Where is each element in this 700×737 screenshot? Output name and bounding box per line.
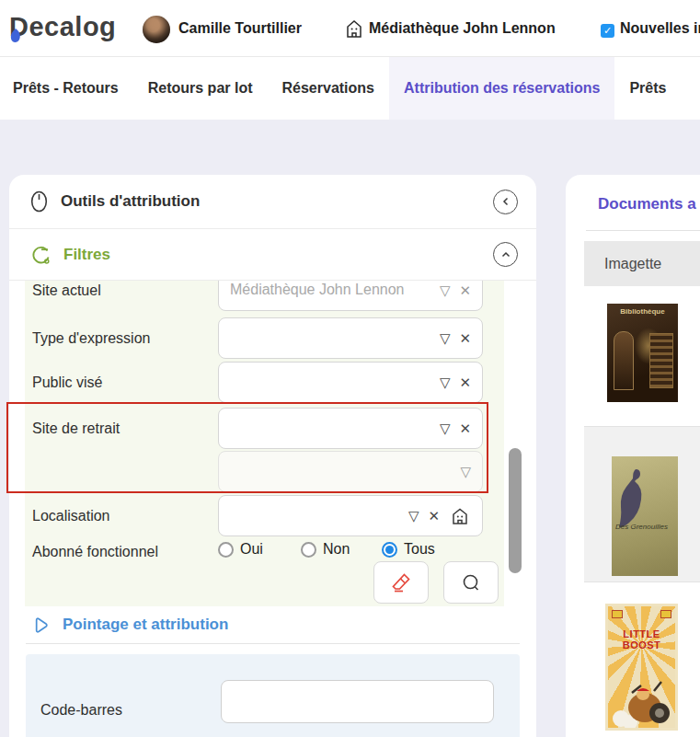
radio-option-non[interactable]: Non xyxy=(301,541,350,558)
dropdown-icon[interactable]: ▽ xyxy=(440,375,451,389)
logo-text: Decalog xyxy=(9,12,116,41)
site-picker-icon[interactable] xyxy=(449,506,471,526)
document-row[interactable]: Bibliothèque xyxy=(584,286,700,426)
document-cover-thumbnail[interactable]: Bibliothèque xyxy=(607,304,678,402)
radio-option-tous[interactable]: Tous xyxy=(382,541,435,558)
play-icon xyxy=(30,616,50,635)
field-label: Site actuel xyxy=(32,282,101,299)
logo-drop-icon xyxy=(10,29,21,43)
column-header-label: Imagette xyxy=(604,256,661,272)
filters-scroll-area: Site actuel Médiathèque John Lennon ▽✕ T… xyxy=(9,281,536,606)
clear-icon[interactable]: ✕ xyxy=(428,509,440,523)
filters-form: Site actuel Médiathèque John Lennon ▽✕ T… xyxy=(25,281,504,606)
cover-title: LITTLE BOOST xyxy=(608,628,675,651)
radio-label: Tous xyxy=(404,541,435,558)
filters-section-title: Filtres xyxy=(63,246,110,264)
site-retrait-secondary-input[interactable]: ▽ xyxy=(218,451,483,492)
moto-illustration xyxy=(608,673,675,728)
field-row-site-actuel: Site actuel Médiathèque John Lennon ▽✕ xyxy=(25,281,504,311)
collapse-filters-button[interactable] xyxy=(493,242,518,267)
radio-icon[interactable] xyxy=(301,542,316,558)
panel-title: Outils d'attribution xyxy=(61,192,200,211)
documents-table: Bibliothèque Des Grenouilles LITTLE B xyxy=(566,286,700,737)
tab-prets-retours[interactable]: Prêts - Retours xyxy=(0,57,133,120)
pointage-form: Code-barres xyxy=(26,654,520,737)
app-header: Decalog Camille Tourtillier Médiathèque … xyxy=(0,0,700,57)
clear-icon[interactable]: ✕ xyxy=(459,283,471,297)
field-label: Localisation xyxy=(32,508,110,524)
localisation-input[interactable]: ▽ ✕ xyxy=(218,495,483,536)
attribution-tools-panel: Outils d'attribution Filtres Site actuel xyxy=(9,175,536,737)
pointage-section-title[interactable]: Pointage et attribution xyxy=(63,616,228,634)
decalog-logo[interactable]: Decalog xyxy=(9,12,116,42)
tab-retours-par-lot[interactable]: Retours par lot xyxy=(133,57,268,120)
user-avatar[interactable] xyxy=(143,16,170,43)
field-row-abonne-fonctionnel: Abonné fonctionnel Oui Non Tous xyxy=(25,541,504,563)
imagette-column-header: Imagette xyxy=(584,241,700,286)
document-cover-thumbnail[interactable]: LITTLE BOOST xyxy=(605,604,678,731)
tab-reservations[interactable]: Réservations xyxy=(268,57,390,120)
dropdown-icon[interactable]: ▽ xyxy=(408,509,419,523)
eraser-icon xyxy=(390,571,412,593)
field-label: Abonné fonctionnel xyxy=(32,544,158,560)
clear-filters-button[interactable] xyxy=(373,561,429,604)
collapse-panel-button[interactable] xyxy=(493,190,518,214)
chevron-up-icon xyxy=(501,250,511,259)
cover-title: Bibliothèque xyxy=(607,307,678,316)
dropdown-icon[interactable]: ▽ xyxy=(440,331,451,345)
field-row-public-vise: Public visé ▽✕ xyxy=(25,362,504,403)
search-icon xyxy=(461,572,481,593)
chevron-left-icon xyxy=(501,197,511,206)
dropdown-icon[interactable]: ▽ xyxy=(460,465,471,478)
field-label: Site de retrait xyxy=(32,420,120,437)
tab-attribution-reservations[interactable]: Attribution des réservations xyxy=(389,57,614,120)
search-button[interactable] xyxy=(443,561,499,604)
mouse-icon xyxy=(30,190,48,213)
dropdown-icon[interactable]: ▽ xyxy=(440,421,451,435)
field-label: Code-barres xyxy=(40,702,122,719)
new-interface-checkbox[interactable]: ✓ xyxy=(601,24,614,38)
new-interface-label: Nouvelles in xyxy=(620,20,700,37)
documents-panel: Documents a Imagette Bibliothèque Des xyxy=(566,175,700,737)
module-tabbar: Prêts - Retours Retours par lot Réservat… xyxy=(0,57,700,120)
divider xyxy=(26,643,520,644)
code-barres-input[interactable] xyxy=(221,680,494,723)
radio-icon-selected[interactable] xyxy=(382,542,397,558)
cover-title: Des Grenouilles xyxy=(615,523,668,531)
document-cover-thumbnail[interactable]: Des Grenouilles xyxy=(612,456,678,576)
radio-label: Oui xyxy=(240,541,263,558)
site-retrait-input[interactable]: ▽✕ xyxy=(218,408,483,449)
field-row-type-expression: Type d'expression ▽✕ xyxy=(25,317,504,359)
field-row-site-retrait: Site de retrait ▽✕ xyxy=(25,408,504,449)
radio-option-oui[interactable]: Oui xyxy=(218,541,263,558)
document-row[interactable]: LITTLE BOOST xyxy=(584,582,700,737)
field-label: Public visé xyxy=(32,374,102,391)
clear-icon[interactable]: ✕ xyxy=(459,331,471,345)
radio-label: Non xyxy=(323,541,350,558)
dropdown-icon[interactable]: ▽ xyxy=(440,283,451,297)
filters-scrollbar-thumb[interactable] xyxy=(509,448,522,573)
current-library-name[interactable]: Médiathèque John Lennon xyxy=(369,20,556,37)
user-name[interactable]: Camille Tourtillier xyxy=(178,20,302,37)
document-row[interactable]: Des Grenouilles xyxy=(584,426,700,582)
main-content: Outils d'attribution Filtres Site actuel xyxy=(0,120,700,737)
public-vise-input[interactable]: ▽✕ xyxy=(218,362,483,403)
clear-icon[interactable]: ✕ xyxy=(459,375,471,389)
field-row-localisation: Localisation ▽ ✕ xyxy=(25,495,504,536)
field-row-site-retrait-secondary: ▽ xyxy=(25,451,504,492)
radio-icon[interactable] xyxy=(218,542,234,558)
filter-actions-row xyxy=(25,561,504,604)
site-actuel-input[interactable]: Médiathèque John Lennon ▽✕ xyxy=(218,281,483,311)
clear-icon[interactable]: ✕ xyxy=(459,421,471,435)
type-expression-input[interactable]: ▽✕ xyxy=(218,317,483,359)
tab-prets[interactable]: Prêts xyxy=(614,57,681,120)
documents-panel-title: Documents a xyxy=(598,195,696,213)
site-actuel-value: Médiathèque John Lennon xyxy=(230,282,425,298)
divider xyxy=(586,230,700,231)
field-label: Type d'expression xyxy=(32,330,150,347)
library-icon xyxy=(344,18,364,39)
filter-icon xyxy=(30,245,51,265)
